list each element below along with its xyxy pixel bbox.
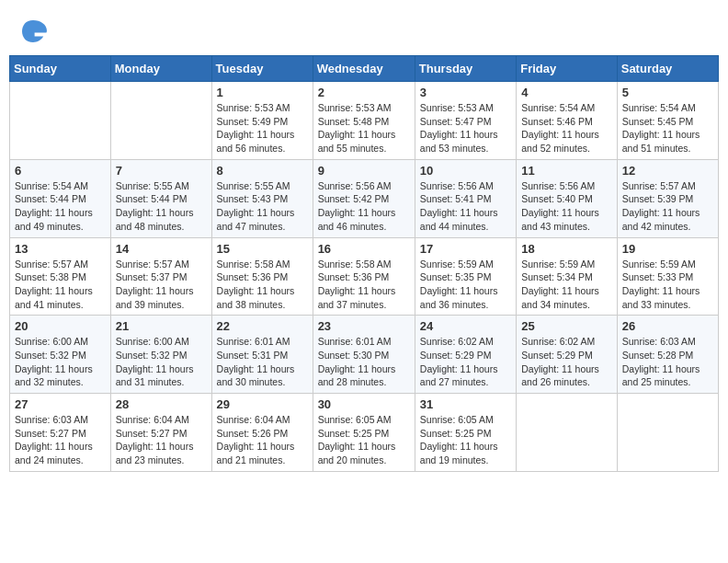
calendar-cell: 8Sunrise: 5:55 AM Sunset: 5:43 PM Daylig…: [211, 159, 313, 237]
day-info: Sunrise: 5:57 AM Sunset: 5:39 PM Dayligh…: [622, 179, 713, 234]
day-number: 1: [217, 86, 308, 99]
day-info: Sunrise: 5:59 AM Sunset: 5:35 PM Dayligh…: [420, 258, 511, 312]
day-info: Sunrise: 6:01 AM Sunset: 5:31 PM Dayligh…: [217, 335, 308, 389]
day-number: 15: [217, 242, 308, 256]
day-info: Sunrise: 5:56 AM Sunset: 5:42 PM Dayligh…: [318, 179, 410, 234]
calendar-cell: 15Sunrise: 5:58 AM Sunset: 5:36 PM Dayli…: [211, 237, 313, 316]
day-number: 21: [116, 319, 207, 333]
day-number: 23: [318, 319, 410, 333]
day-info: Sunrise: 5:53 AM Sunset: 5:47 PM Dayligh…: [420, 101, 511, 155]
day-number: 2: [318, 86, 410, 99]
day-info: Sunrise: 5:56 AM Sunset: 5:40 PM Dayligh…: [521, 179, 612, 234]
day-number: 25: [521, 319, 612, 333]
day-info: Sunrise: 5:54 AM Sunset: 5:44 PM Dayligh…: [15, 179, 106, 234]
day-number: 27: [15, 397, 106, 411]
day-info: Sunrise: 5:55 AM Sunset: 5:44 PM Dayligh…: [116, 179, 207, 234]
day-info: Sunrise: 5:54 AM Sunset: 5:46 PM Dayligh…: [521, 101, 612, 155]
calendar-cell: 29Sunrise: 6:04 AM Sunset: 5:26 PM Dayli…: [211, 394, 313, 472]
weekday-header: Tuesday: [211, 56, 313, 82]
day-number: 10: [420, 164, 511, 178]
calendar-cell: 23Sunrise: 6:01 AM Sunset: 5:30 PM Dayli…: [313, 316, 415, 394]
calendar-cell: 14Sunrise: 5:57 AM Sunset: 5:37 PM Dayli…: [110, 237, 211, 316]
day-number: 14: [116, 242, 207, 256]
calendar-cell: 2Sunrise: 5:53 AM Sunset: 5:48 PM Daylig…: [313, 82, 415, 160]
day-info: Sunrise: 6:02 AM Sunset: 5:29 PM Dayligh…: [521, 335, 612, 389]
day-info: Sunrise: 6:05 AM Sunset: 5:25 PM Dayligh…: [420, 413, 511, 467]
day-info: Sunrise: 6:03 AM Sunset: 5:27 PM Dayligh…: [15, 413, 106, 467]
calendar-table: SundayMondayTuesdayWednesdayThursdayFrid…: [9, 55, 719, 472]
calendar-cell: 1Sunrise: 5:53 AM Sunset: 5:49 PM Daylig…: [211, 82, 313, 160]
day-info: Sunrise: 5:56 AM Sunset: 5:41 PM Dayligh…: [420, 179, 511, 234]
day-info: Sunrise: 5:59 AM Sunset: 5:33 PM Dayligh…: [622, 258, 713, 312]
day-info: Sunrise: 6:02 AM Sunset: 5:29 PM Dayligh…: [420, 335, 511, 389]
calendar-cell: 9Sunrise: 5:56 AM Sunset: 5:42 PM Daylig…: [313, 159, 415, 237]
day-number: 4: [521, 86, 612, 99]
day-number: 31: [420, 397, 511, 411]
day-number: 26: [622, 319, 713, 333]
day-number: 7: [116, 164, 207, 178]
day-number: 19: [622, 242, 713, 256]
day-number: 13: [15, 242, 106, 256]
day-info: Sunrise: 5:54 AM Sunset: 5:45 PM Dayligh…: [622, 101, 713, 155]
day-number: 18: [521, 242, 612, 256]
day-number: 22: [217, 319, 308, 333]
day-info: Sunrise: 5:53 AM Sunset: 5:48 PM Dayligh…: [318, 101, 410, 155]
day-number: 11: [521, 164, 612, 178]
day-info: Sunrise: 6:04 AM Sunset: 5:26 PM Dayligh…: [217, 413, 308, 467]
day-number: 5: [622, 86, 713, 99]
weekday-header: Wednesday: [313, 56, 415, 82]
calendar-cell: 24Sunrise: 6:02 AM Sunset: 5:29 PM Dayli…: [415, 316, 516, 394]
calendar-week-row: 20Sunrise: 6:00 AM Sunset: 5:32 PM Dayli…: [10, 316, 719, 394]
calendar-cell: 31Sunrise: 6:05 AM Sunset: 5:25 PM Dayli…: [415, 394, 516, 472]
day-number: 16: [318, 242, 410, 256]
day-info: Sunrise: 6:03 AM Sunset: 5:28 PM Dayligh…: [622, 335, 713, 389]
weekday-header: Monday: [110, 56, 211, 82]
day-info: Sunrise: 5:57 AM Sunset: 5:38 PM Dayligh…: [15, 258, 106, 312]
day-number: 8: [217, 164, 308, 178]
day-info: Sunrise: 6:01 AM Sunset: 5:30 PM Dayligh…: [318, 335, 410, 389]
day-number: 12: [622, 164, 713, 178]
day-info: Sunrise: 6:04 AM Sunset: 5:27 PM Dayligh…: [116, 413, 207, 467]
calendar-cell: 28Sunrise: 6:04 AM Sunset: 5:27 PM Dayli…: [110, 394, 211, 472]
calendar-cell: 18Sunrise: 5:59 AM Sunset: 5:34 PM Dayli…: [517, 237, 618, 316]
calendar-cell: 27Sunrise: 6:03 AM Sunset: 5:27 PM Dayli…: [10, 394, 111, 472]
day-info: Sunrise: 5:53 AM Sunset: 5:49 PM Dayligh…: [217, 101, 308, 155]
weekday-header: Friday: [517, 56, 618, 82]
day-number: 30: [318, 397, 410, 411]
calendar-cell: 16Sunrise: 5:58 AM Sunset: 5:36 PM Dayli…: [313, 237, 415, 316]
calendar-cell: 30Sunrise: 6:05 AM Sunset: 5:25 PM Dayli…: [313, 394, 415, 472]
calendar-cell: 13Sunrise: 5:57 AM Sunset: 5:38 PM Dayli…: [10, 237, 111, 316]
calendar-cell: 4Sunrise: 5:54 AM Sunset: 5:46 PM Daylig…: [517, 82, 618, 160]
calendar-cell: 6Sunrise: 5:54 AM Sunset: 5:44 PM Daylig…: [10, 159, 111, 237]
weekday-header: Saturday: [617, 56, 718, 82]
calendar-cell: 19Sunrise: 5:59 AM Sunset: 5:33 PM Dayli…: [617, 237, 718, 316]
day-info: Sunrise: 5:58 AM Sunset: 5:36 PM Dayligh…: [217, 258, 308, 312]
day-number: 17: [420, 242, 511, 256]
calendar-cell: [517, 394, 618, 472]
day-number: 6: [15, 164, 106, 178]
calendar-week-row: 13Sunrise: 5:57 AM Sunset: 5:38 PM Dayli…: [10, 237, 719, 316]
calendar-cell: 17Sunrise: 5:59 AM Sunset: 5:35 PM Dayli…: [415, 237, 516, 316]
calendar-cell: 5Sunrise: 5:54 AM Sunset: 5:45 PM Daylig…: [617, 82, 718, 160]
day-number: 28: [116, 397, 207, 411]
logo: [18, 17, 51, 46]
day-info: Sunrise: 5:58 AM Sunset: 5:36 PM Dayligh…: [318, 258, 410, 312]
day-number: 20: [15, 319, 106, 333]
day-number: 9: [318, 164, 410, 178]
calendar-cell: 7Sunrise: 5:55 AM Sunset: 5:44 PM Daylig…: [110, 159, 211, 237]
day-info: Sunrise: 6:05 AM Sunset: 5:25 PM Dayligh…: [318, 413, 410, 467]
calendar-cell: 11Sunrise: 5:56 AM Sunset: 5:40 PM Dayli…: [517, 159, 618, 237]
page-header: [9, 9, 719, 55]
weekday-header: Thursday: [415, 56, 516, 82]
calendar-cell: 10Sunrise: 5:56 AM Sunset: 5:41 PM Dayli…: [415, 159, 516, 237]
day-number: 24: [420, 319, 511, 333]
logo-icon: [18, 17, 48, 46]
day-number: 29: [217, 397, 308, 411]
calendar-header-row: SundayMondayTuesdayWednesdayThursdayFrid…: [10, 56, 719, 82]
calendar-cell: [617, 394, 718, 472]
calendar-cell: 21Sunrise: 6:00 AM Sunset: 5:32 PM Dayli…: [110, 316, 211, 394]
calendar-cell: 20Sunrise: 6:00 AM Sunset: 5:32 PM Dayli…: [10, 316, 111, 394]
calendar-week-row: 1Sunrise: 5:53 AM Sunset: 5:49 PM Daylig…: [10, 82, 719, 160]
calendar-cell: 12Sunrise: 5:57 AM Sunset: 5:39 PM Dayli…: [617, 159, 718, 237]
day-info: Sunrise: 5:55 AM Sunset: 5:43 PM Dayligh…: [217, 179, 308, 234]
